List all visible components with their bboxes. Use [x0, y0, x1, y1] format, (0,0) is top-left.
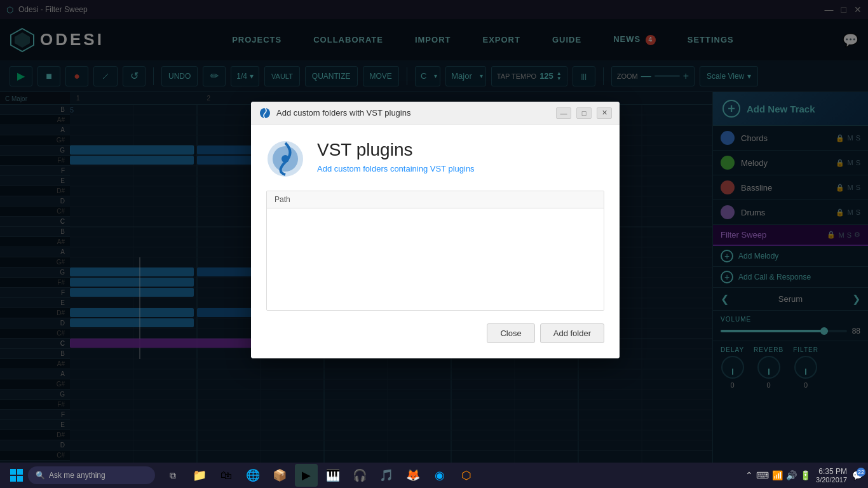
modal-app-icon: [259, 107, 271, 119]
taskbar-time[interactable]: 6:35 PM 3/20/2017: [816, 467, 847, 484]
app-misc1[interactable]: ◉: [428, 464, 451, 487]
app-reaper[interactable]: 🎧: [348, 464, 371, 487]
app-firefox[interactable]: 🦊: [402, 464, 424, 487]
notification-center-btn[interactable]: 💬 22: [852, 470, 863, 480]
tray-up-arrow[interactable]: ⌃: [745, 470, 753, 480]
modal-header-text: VST plugins Add custom folders containin…: [317, 140, 475, 174]
search-icon: 🔍: [36, 471, 45, 480]
svg-rect-69: [17, 469, 23, 475]
file-explorer-btn[interactable]: 📁: [188, 464, 211, 487]
modal-close-button[interactable]: Close: [487, 323, 534, 343]
app-reason[interactable]: 🎵: [375, 464, 398, 487]
taskbar-search-box[interactable]: 🔍 Ask me anything: [28, 466, 155, 484]
modal-title-text: Add custom folders with VST plugins: [276, 108, 410, 118]
svg-rect-70: [10, 476, 16, 482]
modal-title-bar: Add custom folders with VST plugins — □ …: [251, 102, 620, 125]
store-btn[interactable]: 🛍: [215, 464, 238, 487]
modal-win-btns: — □ ✕: [556, 107, 612, 119]
chrome-btn[interactable]: 🌐: [241, 464, 264, 487]
task-view-btn[interactable]: ⧉: [161, 464, 184, 487]
taskbar-right: ⌃ ⌨ 📶 🔊 🔋 6:35 PM 3/20/2017 💬 22: [745, 467, 863, 484]
modal-close-btn[interactable]: ✕: [597, 107, 612, 119]
taskbar-date-text: 3/20/2017: [816, 476, 847, 484]
modal-title-left: Add custom folders with VST plugins: [259, 107, 410, 119]
taskbar-search-label: Ask me anything: [49, 471, 105, 480]
vst-plugins-modal: Add custom folders with VST plugins — □ …: [251, 102, 620, 358]
start-btn[interactable]: [5, 464, 28, 487]
taskbar-time-text: 6:35 PM: [816, 467, 847, 476]
windows-logo: [10, 469, 23, 482]
modal-minimize-btn[interactable]: —: [556, 107, 571, 119]
dropbox-btn[interactable]: 📦: [268, 464, 291, 487]
tray-battery-icon[interactable]: 🔋: [800, 470, 811, 480]
path-column-header: Path: [275, 195, 290, 204]
modal-add-folder-button[interactable]: Add folder: [540, 323, 604, 343]
modal-overlay: Add custom folders with VST plugins — □ …: [0, 0, 868, 488]
taskbar-tray-icons: ⌃ ⌨ 📶 🔊 🔋: [745, 470, 811, 480]
tray-keyboard-icon[interactable]: ⌨: [756, 470, 769, 480]
tray-network-icon[interactable]: 📶: [772, 470, 783, 480]
svg-rect-71: [17, 476, 23, 482]
svg-rect-68: [10, 469, 16, 475]
app-misc2[interactable]: ⬡: [455, 464, 478, 487]
modal-header-section: VST plugins Add custom folders containin…: [266, 140, 604, 178]
tray-volume-icon[interactable]: 🔊: [786, 470, 797, 480]
modal-table-header: Path: [267, 191, 604, 208]
app-ableton[interactable]: ▶: [295, 464, 318, 487]
modal-maximize-btn[interactable]: □: [576, 107, 592, 119]
app-fl[interactable]: 🎹: [322, 464, 344, 487]
svg-point-67: [281, 155, 289, 163]
taskbar: 🔍 Ask me anything ⧉ 📁 🛍 🌐 📦 ▶ 🎹 🎧 🎵 🦊 ◉ …: [0, 463, 868, 488]
notification-badge: 22: [857, 468, 865, 477]
modal-table: Path: [266, 191, 604, 311]
modal-subtitle: Add custom folders containing VST plugin…: [317, 164, 475, 173]
modal-table-body: [267, 208, 604, 310]
modal-heading: VST plugins: [317, 140, 475, 160]
modal-footer: Close Add folder: [266, 323, 604, 343]
taskbar-apps: ⧉ 📁 🛍 🌐 📦 ▶ 🎹 🎧 🎵 🦊 ◉ ⬡: [161, 464, 478, 487]
modal-plugin-icon: [266, 140, 304, 178]
modal-body: VST plugins Add custom folders containin…: [251, 125, 620, 358]
